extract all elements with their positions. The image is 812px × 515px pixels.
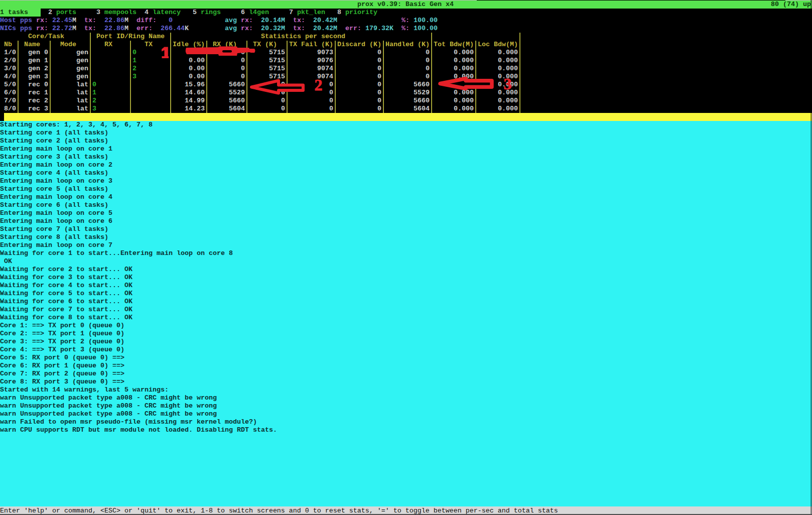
svg-text:3: 3: [504, 75, 512, 93]
svg-text:2: 2: [315, 76, 323, 94]
